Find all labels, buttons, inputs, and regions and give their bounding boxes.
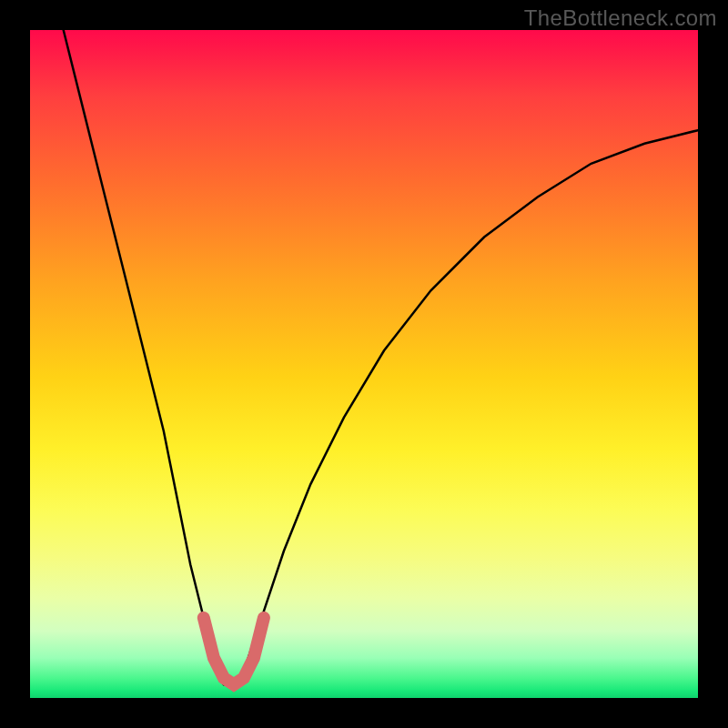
bottleneck-curve bbox=[30, 30, 698, 698]
watermark-text: TheBottleneck.com bbox=[524, 5, 717, 31]
chart-frame: TheBottleneck.com bbox=[0, 0, 728, 728]
plot-area bbox=[30, 30, 698, 698]
